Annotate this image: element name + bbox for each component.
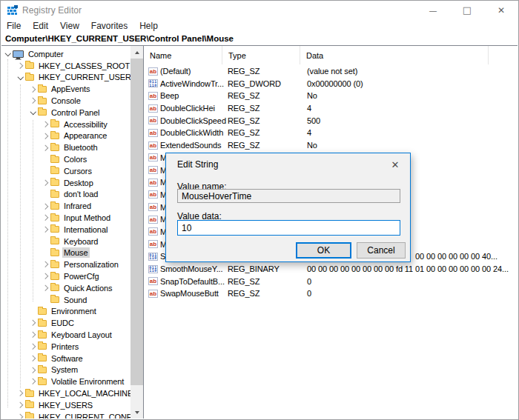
chevron-right-icon[interactable] <box>28 333 38 337</box>
tree-item-keyboard[interactable]: Keyboard <box>1 236 130 247</box>
chevron-right-icon[interactable] <box>41 286 50 290</box>
scrollbar-thumb[interactable] <box>130 59 143 385</box>
tree-item-international[interactable]: International <box>1 224 130 236</box>
folder-icon <box>50 215 59 221</box>
reg-binary-icon: 011110 <box>148 253 158 261</box>
value-name-field[interactable]: MouseHoverTime <box>177 189 400 203</box>
tree-item-hkey-classes-root[interactable]: HKEY_CLASSES_ROOT <box>1 60 130 72</box>
address-bar[interactable]: Computer\HKEY_CURRENT_USER\Control Panel… <box>1 32 518 44</box>
chevron-right-icon[interactable] <box>28 99 38 103</box>
list-row[interactable]: abExtendedSoundsREG_SZNo <box>144 139 518 152</box>
tree-item-hkey-current-user[interactable]: HKEY_CURRENT_USER <box>1 72 130 84</box>
list-row[interactable]: abSwapMouseButtREG_SZ0 <box>144 287 518 300</box>
chevron-right-icon[interactable] <box>41 204 50 209</box>
dialog-title: Edit String <box>177 159 218 170</box>
tree-item-sound[interactable]: Sound <box>1 294 130 306</box>
chevron-right-icon[interactable] <box>41 122 50 127</box>
dialog-title-bar[interactable]: Edit String ✕ <box>166 153 410 176</box>
column-header-data[interactable]: Data <box>300 46 489 64</box>
maximize-button[interactable]: □ <box>450 1 484 20</box>
tree-scrollbar[interactable] <box>130 46 143 419</box>
tree-item-console[interactable]: Console <box>1 95 130 107</box>
value-data: No <box>307 91 317 100</box>
tree-item-input-method[interactable]: Input Method <box>1 212 130 224</box>
tree-item-powercfg[interactable]: PowerCfg <box>1 270 130 282</box>
chevron-right-icon[interactable] <box>28 368 38 373</box>
tree-item-infrared[interactable]: Infrared <box>1 200 130 212</box>
list-row[interactable]: abDoubleClickHeiREG_SZ4 <box>144 102 518 115</box>
tree-item-keyboard-layout[interactable]: Keyboard Layout <box>1 329 130 341</box>
chevron-right-icon[interactable] <box>28 344 38 349</box>
menu-help[interactable]: Help <box>139 21 158 31</box>
list-row[interactable]: abBeepREG_SZNo <box>144 90 518 102</box>
cancel-button[interactable]: Cancel <box>357 242 406 259</box>
tree-item-label: Console <box>50 96 82 106</box>
chevron-right-icon[interactable] <box>41 181 50 185</box>
tree-item-eudc[interactable]: EUDC <box>1 317 130 329</box>
close-button[interactable]: ✕ <box>484 1 518 20</box>
tree-item-bluetooth[interactable]: Bluetooth <box>1 141 130 153</box>
tree-item-personalization[interactable]: Personalization <box>1 259 130 270</box>
tree-item-volatile-environment[interactable]: Volatile Environment <box>1 376 130 387</box>
minimize-button[interactable]: — <box>416 1 450 20</box>
chevron-right-icon[interactable] <box>41 262 50 267</box>
tree-item-label: Bluetooth <box>62 142 99 153</box>
tree-item-software[interactable]: Software <box>1 353 130 364</box>
chevron-right-icon[interactable] <box>41 146 50 150</box>
chevron-right-icon[interactable] <box>41 134 50 139</box>
chevron-right-icon[interactable] <box>41 227 50 232</box>
list-row[interactable]: abDoubleClickSpeedREG_SZ500 <box>144 115 518 127</box>
tree-item-appearance[interactable]: Appearance <box>1 130 130 142</box>
list-row[interactable]: 011110SmoothMouseY...REG_BINARY00 00 00 … <box>144 263 518 276</box>
tree-item-desktop[interactable]: Desktop <box>1 177 130 189</box>
list-row[interactable]: abDoubleClickWidthREG_SZ4 <box>144 127 518 139</box>
chevron-right-icon[interactable] <box>28 87 38 92</box>
menu-view[interactable]: View <box>60 21 79 31</box>
list-row[interactable]: abSnapToDefaultB...REG_SZ0 <box>144 276 518 288</box>
list-row[interactable]: 011110ActiveWindowTr...REG_DWORD0x000000… <box>144 78 518 90</box>
chevron-right-icon[interactable] <box>28 321 38 325</box>
list-row[interactable]: ab(Default)REG_SZ(value not set) <box>144 65 518 78</box>
chevron-right-icon[interactable] <box>16 64 25 68</box>
chevron-right-icon[interactable] <box>41 274 50 279</box>
chevron-down-icon[interactable] <box>16 76 25 79</box>
tree-item-quick-actions[interactable]: Quick Actions <box>1 282 130 294</box>
value-name: SmoothMouseY... <box>160 264 223 273</box>
scroll-down-button[interactable] <box>130 406 143 419</box>
tree-item-printers[interactable]: Printers <box>1 341 130 353</box>
scroll-up-button[interactable] <box>130 46 143 59</box>
chevron-right-icon[interactable] <box>41 216 50 220</box>
value-data: 500 <box>307 116 320 125</box>
tree-item-colors[interactable]: Colors <box>1 153 130 165</box>
reg-sz-icon: ab <box>148 104 158 113</box>
tree-item-don-t-load[interactable]: don't load <box>1 189 130 201</box>
chevron-down-icon[interactable] <box>28 111 38 114</box>
column-header-name[interactable]: Name <box>144 46 222 64</box>
reg-sz-icon: ab <box>148 116 158 124</box>
tree-item-appevents[interactable]: AppEvents <box>1 83 130 95</box>
value-data-input[interactable]: 10 <box>177 220 400 236</box>
tree-item-control-panel[interactable]: Control Panel <box>1 107 130 119</box>
tree-item-hkey-users[interactable]: HKEY_USERS <box>1 399 130 411</box>
folder-icon <box>38 308 47 315</box>
dialog-close-button[interactable]: ✕ <box>389 158 402 171</box>
tree-item-accessibility[interactable]: Accessibility <box>1 119 130 130</box>
chevron-right-icon[interactable] <box>16 391 25 396</box>
tree-item-mouse[interactable]: Mouse <box>1 247 130 259</box>
menu-favorites[interactable]: Favorites <box>91 21 128 31</box>
chevron-down-icon[interactable] <box>3 53 13 56</box>
tree-item-environment[interactable]: Environment <box>1 306 130 318</box>
tree-item-hkey-current-config[interactable]: HKEY_CURRENT_CONFIG <box>1 411 130 419</box>
chevron-right-icon[interactable] <box>28 356 38 361</box>
tree-item-cursors[interactable]: Cursors <box>1 165 130 177</box>
tree-item-system[interactable]: System <box>1 364 130 376</box>
tree-item-hkey-local-machine[interactable]: HKEY_LOCAL_MACHINE <box>1 387 130 399</box>
chevron-right-icon[interactable] <box>16 403 25 407</box>
ok-button[interactable]: OK <box>296 242 351 259</box>
chevron-right-icon[interactable] <box>28 379 38 384</box>
chevron-right-icon[interactable] <box>16 415 25 419</box>
menu-file[interactable]: File <box>7 21 21 31</box>
column-header-type[interactable]: Type <box>222 46 300 64</box>
tree-item-computer[interactable]: Computer <box>1 48 130 60</box>
menu-edit[interactable]: Edit <box>33 21 48 31</box>
